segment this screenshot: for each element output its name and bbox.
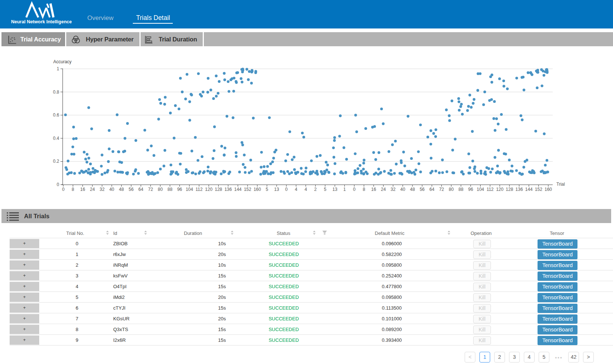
svg-text:128: 128 [506, 187, 513, 192]
svg-text:160: 160 [545, 187, 552, 192]
svg-text:160: 160 [253, 187, 261, 192]
svg-text:0.6: 0.6 [53, 112, 59, 118]
svg-text:5: 5 [266, 187, 268, 192]
svg-text:8: 8 [363, 187, 365, 192]
svg-text:Accuracy: Accuracy [53, 59, 71, 64]
svg-text:48: 48 [119, 187, 124, 192]
svg-text:64: 64 [430, 187, 435, 192]
svg-text:Trial: Trial [556, 182, 565, 187]
svg-text:72: 72 [439, 187, 444, 192]
svg-text:120: 120 [496, 187, 503, 192]
svg-text:13: 13 [333, 187, 338, 192]
svg-text:96: 96 [177, 187, 182, 192]
svg-text:96: 96 [468, 187, 474, 192]
svg-text:112: 112 [196, 187, 203, 192]
svg-text:120: 120 [205, 187, 212, 192]
svg-text:144: 144 [234, 187, 242, 192]
svg-text:136: 136 [515, 187, 523, 192]
svg-text:56: 56 [129, 187, 134, 192]
svg-text:0: 0 [57, 182, 59, 187]
svg-text:104: 104 [476, 187, 484, 192]
svg-text:72: 72 [148, 187, 153, 192]
svg-text:8: 8 [72, 187, 74, 192]
svg-text:136: 136 [225, 187, 232, 192]
svg-text:152: 152 [535, 187, 542, 192]
svg-text:128: 128 [215, 187, 222, 192]
svg-text:0: 0 [353, 187, 356, 192]
svg-text:80: 80 [449, 187, 454, 192]
svg-text:40: 40 [109, 187, 114, 192]
svg-text:152: 152 [244, 187, 251, 192]
svg-text:104: 104 [186, 187, 193, 192]
svg-text:0.4: 0.4 [53, 136, 59, 141]
svg-text:1: 1 [57, 66, 59, 71]
svg-text:112: 112 [486, 187, 494, 192]
svg-text:16: 16 [80, 187, 85, 192]
svg-text:88: 88 [168, 187, 173, 192]
svg-text:48: 48 [410, 187, 415, 192]
svg-text:32: 32 [391, 187, 396, 192]
svg-text:1: 1 [343, 187, 346, 192]
svg-text:2: 2 [314, 187, 317, 192]
svg-text:0.2: 0.2 [53, 159, 59, 164]
svg-text:4: 4 [295, 187, 297, 192]
svg-text:16: 16 [371, 187, 376, 192]
svg-text:64: 64 [138, 187, 144, 192]
svg-text:0: 0 [62, 187, 65, 192]
svg-text:24: 24 [90, 187, 95, 192]
svg-text:13: 13 [274, 187, 279, 192]
svg-text:80: 80 [158, 187, 163, 192]
svg-text:88: 88 [458, 187, 464, 192]
svg-text:56: 56 [420, 187, 425, 192]
svg-text:32: 32 [100, 187, 105, 192]
svg-text:5: 5 [324, 187, 327, 192]
svg-text:0.8: 0.8 [53, 90, 59, 95]
svg-text:24: 24 [381, 187, 386, 192]
svg-text:144: 144 [525, 187, 533, 192]
svg-text:4: 4 [304, 187, 307, 192]
svg-text:40: 40 [400, 187, 405, 192]
svg-text:0: 0 [285, 187, 288, 192]
